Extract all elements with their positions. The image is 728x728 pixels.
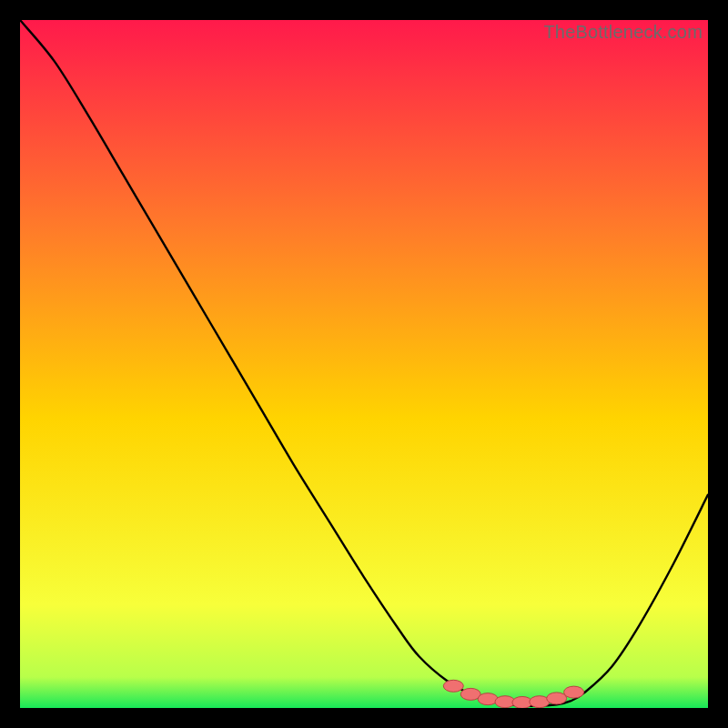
gradient-background: [20, 20, 708, 708]
optimal-marker: [443, 680, 463, 692]
optimal-marker: [547, 693, 567, 704]
optimal-marker: [564, 686, 584, 698]
chart-frame: TheBottleneck.com: [20, 20, 708, 708]
bottleneck-chart: [20, 20, 708, 708]
watermark-text: TheBottleneck.com: [543, 22, 703, 43]
